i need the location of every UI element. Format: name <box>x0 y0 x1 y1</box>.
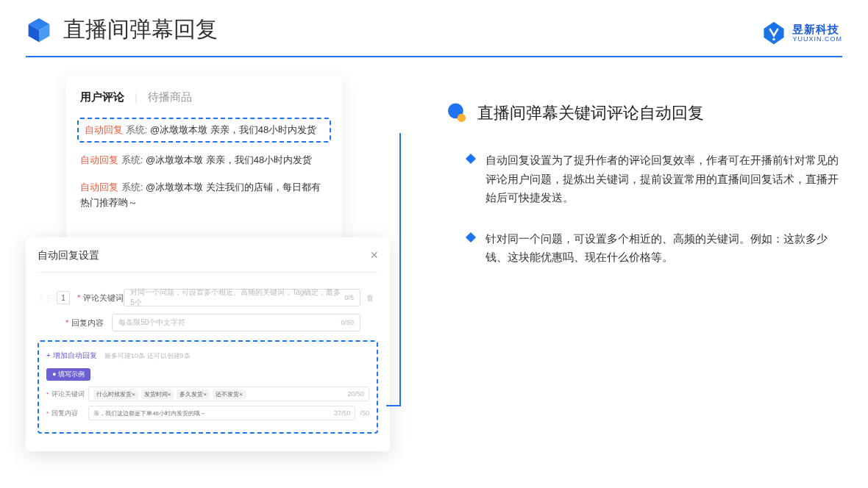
bullet-text: 针对同一个问题，可设置多个相近的、高频的关键词。例如：这款多少钱、这块能优惠吗、… <box>485 229 842 267</box>
highlighted-reply: 自动回复 系统: @冰墩墩本墩 亲亲，我们48小时内发货 <box>77 118 331 143</box>
comment-row: 自动回复 系统: @冰墩墩本墩 关注我们的店铺，每日都有热门推荐哟～ <box>77 179 331 212</box>
add-hint: 最多可建10条 还可以创建9条 <box>104 352 191 359</box>
tab-pending-products[interactable]: 待播商品 <box>148 90 192 104</box>
comment-row: 自动回复 系统: @冰墩墩本墩 亲亲，我们48小时内发货 <box>77 151 331 170</box>
ex-tag: 多久发货× <box>177 390 210 399</box>
svg-point-5 <box>458 114 466 122</box>
ex-content-box: 亲，我们这边都是下单48小时内发货的哦～ 37/50 <box>88 406 355 420</box>
diamond-icon <box>466 154 476 164</box>
keyword-label: 评论关键词 <box>83 293 124 304</box>
outer-count: /50 <box>360 409 369 417</box>
bullet-item: 针对同一个问题，可设置多个相近的、高频的关键词。例如：这款多少钱、这块能优惠吗、… <box>445 229 842 267</box>
add-auto-reply-link[interactable]: + 增加自动回复 <box>46 351 97 359</box>
close-icon[interactable]: × <box>370 248 378 263</box>
ex-keyword-label: 评论关键词 <box>51 390 88 399</box>
brand-icon <box>761 21 786 46</box>
delete-icon[interactable]: 🗑 <box>366 293 378 302</box>
tab-user-comments[interactable]: 用户评论 <box>80 90 124 104</box>
bubble-icon <box>445 101 469 125</box>
page-title: 直播间弹幕回复 <box>63 15 218 45</box>
ex-tag: 还不发货× <box>213 390 246 399</box>
example-tag: ● 填写示例 <box>46 368 90 381</box>
brand-sub: YUUXIN.COM <box>792 36 842 43</box>
cube-icon <box>26 17 52 43</box>
ex-keyword-box: 什么时候发货× 发货时间× 多久发货× 还不发货× 20/50 <box>88 387 369 401</box>
ex-tag: 发货时间× <box>141 390 174 399</box>
page-header: 直播间弹幕回复 昱新科技 YUUXIN.COM <box>0 0 868 45</box>
content-label: 回复内容 <box>71 317 112 329</box>
bullet-item: 自动回复设置为了提升作者的评论回复效率，作者可在开播前针对常见的评论用户问题，提… <box>445 151 842 207</box>
drag-handle-icon[interactable]: ⋮⋮ <box>38 294 52 302</box>
section-title: 直播间弹幕关键词评论自动回复 <box>477 102 704 124</box>
bullet-text: 自动回复设置为了提升作者的评论回复效率，作者可在开播前针对常见的评论用户问题，提… <box>485 151 842 207</box>
comments-tabs: 用户评论 | 待播商品 <box>77 90 331 104</box>
connector-line <box>399 133 401 405</box>
row-number: 1 <box>57 291 70 304</box>
auto-reply-settings-card: 自动回复设置 × ⋮⋮ 1 * 评论关键词 对同一个问题，可设置多个相近、高频的… <box>26 237 390 451</box>
brand-logo: 昱新科技 YUUXIN.COM <box>761 21 842 46</box>
keyword-input[interactable]: 对同一个问题，可设置多个相近、高频的关键词，Tag确定，最多5个 0/5 <box>124 289 360 306</box>
svg-point-3 <box>773 38 775 40</box>
settings-title: 自动回复设置 <box>38 249 99 262</box>
example-box: + 增加自动回复 最多可建10条 还可以创建9条 ● 填写示例 * 评论关键词 … <box>38 340 378 434</box>
diamond-icon <box>466 232 476 242</box>
ex-content-label: 回复内容 <box>51 409 88 418</box>
ex-tag: 什么时候发货× <box>93 390 138 399</box>
section-heading: 直播间弹幕关键词评论自动回复 <box>445 101 842 125</box>
content-input[interactable]: 每条限50个中文字符 0/50 <box>112 314 360 331</box>
brand-name: 昱新科技 <box>792 24 842 35</box>
